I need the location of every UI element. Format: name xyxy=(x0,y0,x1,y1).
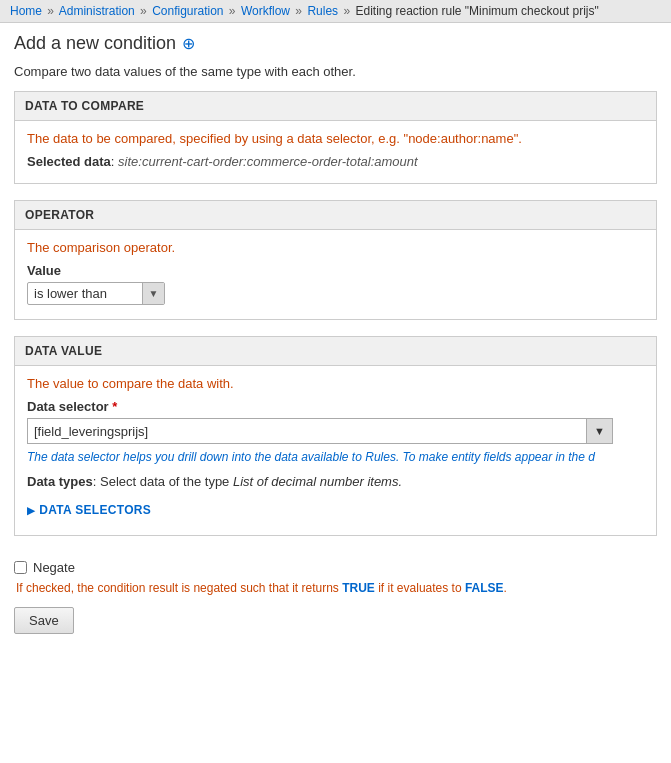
operator-section: OPERATOR The comparison operator. Value … xyxy=(14,200,657,320)
breadcrumb-sep-4: » xyxy=(295,4,302,18)
negate-label[interactable]: Negate xyxy=(33,560,75,575)
breadcrumb-home[interactable]: Home xyxy=(10,4,42,18)
data-selector-dropdown-btn[interactable]: ▼ xyxy=(587,418,613,444)
operator-select[interactable]: is lower than is greater than equals is … xyxy=(28,283,142,304)
data-types-label: Data types xyxy=(27,474,93,489)
false-text: FALSE xyxy=(465,581,504,595)
data-value-header: DATA VALUE xyxy=(15,337,656,366)
helper-text: The data selector helps you drill down i… xyxy=(27,450,644,464)
data-selector-label: Data selector * xyxy=(27,399,644,414)
data-selectors-arrow-icon: ▶ xyxy=(27,505,35,516)
breadcrumb-workflow[interactable]: Workflow xyxy=(241,4,290,18)
data-selector-input[interactable] xyxy=(27,418,587,444)
operator-dropdown-arrow: ▼ xyxy=(142,283,164,304)
breadcrumb: Home » Administration » Configuration » … xyxy=(0,0,671,23)
breadcrumb-sep-2: » xyxy=(140,4,147,18)
true-text: TRUE xyxy=(342,581,375,595)
data-selectors-toggle[interactable]: ▶ DATA SELECTORS xyxy=(27,499,644,521)
page-title: Add a new condition ⊕ xyxy=(0,23,671,60)
data-types-line: Data types: Select data of the type List… xyxy=(27,474,644,489)
data-selector-row: ▼ xyxy=(27,418,644,444)
data-to-compare-description: The data to be compared, specified by us… xyxy=(27,131,644,146)
operator-value-label: Value xyxy=(27,263,644,278)
selected-data-label: Selected data xyxy=(27,154,111,169)
breadcrumb-configuration[interactable]: Configuration xyxy=(152,4,223,18)
save-button[interactable]: Save xyxy=(14,607,74,634)
add-icon[interactable]: ⊕ xyxy=(182,34,195,53)
operator-select-wrapper[interactable]: is lower than is greater than equals is … xyxy=(27,282,165,305)
breadcrumb-administration[interactable]: Administration xyxy=(59,4,135,18)
data-to-compare-header: DATA TO COMPARE xyxy=(15,92,656,121)
breadcrumb-sep-1: » xyxy=(47,4,54,18)
breadcrumb-sep-5: » xyxy=(343,4,350,18)
selected-data-value: site:current-cart-order:commerce-order-t… xyxy=(118,154,418,169)
data-to-compare-body: The data to be compared, specified by us… xyxy=(15,121,656,183)
operator-header: OPERATOR xyxy=(15,201,656,230)
operator-select-container: is lower than is greater than equals is … xyxy=(27,282,165,305)
data-value-description: The value to compare the data with. xyxy=(27,376,644,391)
required-star: * xyxy=(112,399,117,414)
operator-body: The comparison operator. Value is lower … xyxy=(15,230,656,319)
intro-text: Compare two data values of the same type… xyxy=(0,60,671,91)
negate-row: Negate xyxy=(14,560,657,575)
data-to-compare-section: DATA TO COMPARE The data to be compared,… xyxy=(14,91,657,184)
data-types-text: Select data of the type xyxy=(100,474,229,489)
data-selectors-label: DATA SELECTORS xyxy=(39,503,151,517)
negate-description: If checked, the condition result is nega… xyxy=(14,581,657,595)
data-value-body: The value to compare the data with. Data… xyxy=(15,366,656,535)
selected-data-line: Selected data: site:current-cart-order:c… xyxy=(27,154,644,169)
breadcrumb-sep-3: » xyxy=(229,4,236,18)
page-title-text: Add a new condition xyxy=(14,33,176,54)
breadcrumb-current: Editing reaction rule "Minimum checkout … xyxy=(355,4,598,18)
bottom-area: Negate If checked, the condition result … xyxy=(0,552,671,648)
data-types-value: List of decimal number items. xyxy=(233,474,402,489)
negate-checkbox[interactable] xyxy=(14,561,27,574)
operator-description: The comparison operator. xyxy=(27,240,644,255)
data-value-section: DATA VALUE The value to compare the data… xyxy=(14,336,657,536)
breadcrumb-rules[interactable]: Rules xyxy=(307,4,338,18)
